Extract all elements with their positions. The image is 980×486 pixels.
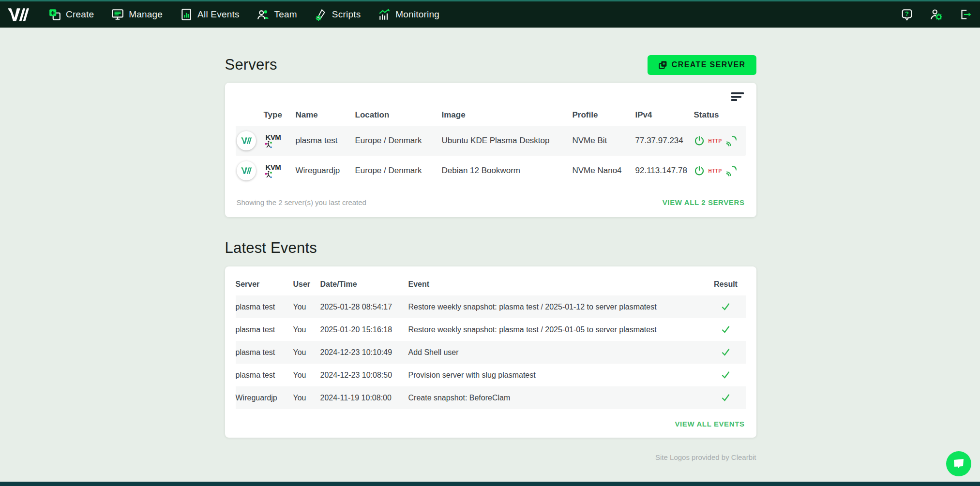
event-row: plasma test You 2024-12-23 10:10:49 Add … — [236, 341, 746, 364]
help-icon[interactable]: ? — [901, 8, 913, 21]
kvm-mascot-icon — [264, 141, 273, 148]
event-description: Restore weekly snapshot: plasma test / 2… — [408, 325, 706, 334]
clearbit-credit: Site Logos provided by Clearbit — [225, 453, 756, 461]
event-user: You — [293, 303, 320, 311]
bottom-accent-bar — [0, 482, 980, 486]
server-ipv4: 92.113.147.78 — [635, 166, 694, 176]
col-user: User — [293, 280, 320, 289]
col-name: Name — [296, 110, 355, 120]
chat-bubble-icon — [952, 458, 965, 470]
nav-menu: Create Manage All Events — [48, 8, 901, 21]
col-image: Image — [442, 110, 573, 120]
scripts-icon — [315, 8, 327, 21]
kvm-type-badge: KVM — [264, 163, 285, 178]
event-datetime: 2025-01-28 08:54:17 — [320, 303, 408, 311]
event-datetime: 2024-12-23 10:08:50 — [320, 371, 408, 380]
nav-item-team[interactable]: Team — [257, 8, 297, 21]
col-event: Event — [408, 280, 706, 289]
nav-label-all-events: All Events — [197, 9, 239, 20]
server-status: HTTP — [694, 165, 746, 177]
kvm-type-badge: KVM — [264, 133, 285, 148]
event-datetime: 2025-01-20 15:16:18 — [320, 325, 408, 334]
server-image: Debian 12 Bookworm — [442, 166, 573, 176]
network-signal-icon — [726, 135, 737, 147]
event-row: plasma test You 2024-12-23 10:08:50 Prov… — [236, 364, 746, 386]
events-table-header: Server User Date/Time Event Result — [236, 273, 746, 295]
server-profile: NVMe Nano4 — [573, 166, 635, 176]
col-status: Status — [694, 110, 746, 120]
col-result: Result — [706, 280, 746, 289]
success-check-icon — [721, 324, 731, 335]
sort-icon[interactable] — [730, 91, 745, 103]
server-status: HTTP — [694, 135, 746, 147]
top-nav: Create Manage All Events — [0, 0, 980, 28]
nav-item-scripts[interactable]: Scripts — [315, 8, 361, 21]
col-server: Server — [236, 280, 293, 289]
webdock-server-logo — [237, 161, 256, 180]
manage-icon — [111, 8, 124, 21]
all-events-icon — [180, 8, 193, 21]
server-row-plasma-test[interactable]: KVM plasma test Europe / Denmark Ubuntu … — [236, 126, 746, 156]
success-check-icon — [721, 347, 731, 357]
svg-text:?: ? — [905, 10, 909, 17]
nav-item-monitoring[interactable]: Monitoring — [378, 8, 439, 21]
server-row-wireguardjp[interactable]: KVM Wireguardjp Europe / Denmark Debian … — [236, 156, 746, 186]
event-description: Provision server with slug plasmatest — [408, 371, 706, 380]
servers-table-header: Type Name Location Image Profile IPv4 St… — [236, 104, 746, 126]
view-all-servers-link[interactable]: VIEW ALL 2 SERVERS — [663, 198, 745, 206]
server-name: Wireguardjp — [296, 166, 355, 176]
event-user: You — [293, 371, 320, 380]
col-type: Type — [264, 110, 296, 120]
power-icon[interactable] — [694, 135, 705, 146]
kvm-mascot-icon — [264, 171, 273, 178]
nav-item-manage[interactable]: Manage — [111, 8, 163, 21]
webdock-logo[interactable] — [8, 7, 30, 22]
latest-events-title: Latest Events — [225, 239, 756, 257]
col-profile: Profile — [573, 110, 635, 120]
power-icon[interactable] — [694, 165, 705, 176]
event-row: Wireguardjp You 2024-11-19 10:08:00 Crea… — [236, 386, 746, 409]
success-check-icon — [721, 370, 731, 380]
event-description: Create snapshot: BeforeClam — [408, 394, 706, 402]
event-datetime: 2024-12-23 10:10:49 — [320, 348, 408, 357]
nav-item-create[interactable]: Create — [48, 8, 94, 21]
servers-card: Type Name Location Image Profile IPv4 St… — [225, 83, 756, 217]
team-icon — [257, 8, 270, 21]
events-card: Server User Date/Time Event Result plasm… — [225, 266, 756, 438]
event-server: plasma test — [236, 348, 293, 357]
network-signal-icon — [726, 165, 737, 177]
server-image: Ubuntu KDE Plasma Desktop — [442, 136, 573, 146]
user-settings-icon[interactable] — [930, 8, 942, 21]
nav-label-create: Create — [66, 9, 94, 20]
event-row: plasma test You 2025-01-20 15:16:18 Rest… — [236, 318, 746, 341]
col-datetime: Date/Time — [320, 280, 408, 289]
event-row: plasma test You 2025-01-28 08:54:17 Rest… — [236, 295, 746, 318]
chat-widget-button[interactable] — [946, 451, 971, 476]
col-location: Location — [355, 110, 442, 120]
nav-label-team: Team — [274, 9, 297, 20]
event-server: plasma test — [236, 303, 293, 311]
servers-section-header: Servers CREATE SERVER — [225, 54, 756, 76]
http-status-label: HTTP — [709, 138, 722, 144]
create-server-icon — [658, 60, 667, 70]
http-status-label: HTTP — [709, 168, 722, 174]
event-server: plasma test — [236, 371, 293, 380]
event-description: Restore weekly snapshot: plasma test / 2… — [408, 303, 706, 311]
create-icon — [48, 8, 61, 21]
col-ipv4: IPv4 — [635, 110, 694, 120]
create-server-label: CREATE SERVER — [672, 60, 746, 69]
nav-label-monitoring: Monitoring — [395, 9, 439, 20]
nav-label-manage: Manage — [129, 9, 163, 20]
server-name: plasma test — [296, 136, 355, 146]
webdock-server-logo — [237, 131, 256, 150]
create-server-button[interactable]: CREATE SERVER — [648, 55, 756, 75]
success-check-icon — [721, 302, 731, 312]
view-all-events-link[interactable]: VIEW ALL EVENTS — [675, 420, 744, 428]
logout-icon[interactable] — [959, 8, 971, 21]
nav-right-icons: ? — [901, 8, 971, 21]
nav-item-all-events[interactable]: All Events — [180, 8, 239, 21]
monitoring-icon — [378, 8, 391, 21]
servers-footer-note: Showing the 2 server(s) you last created — [237, 198, 366, 206]
event-user: You — [293, 348, 320, 357]
servers-title: Servers — [225, 56, 277, 74]
